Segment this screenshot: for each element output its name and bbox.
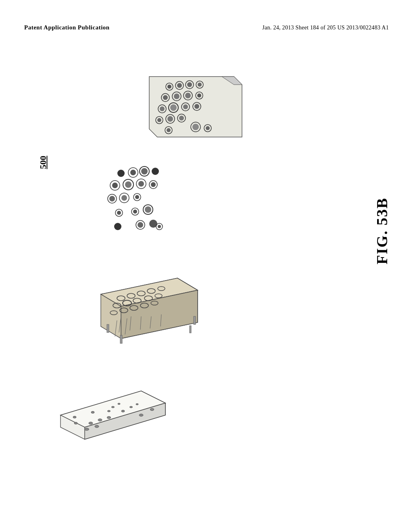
svg-rect-92 <box>120 335 122 343</box>
svg-point-11 <box>174 94 179 99</box>
figure-3d-pcb <box>85 258 218 355</box>
svg-point-49 <box>151 182 156 187</box>
svg-point-51 <box>109 196 115 202</box>
svg-point-95 <box>91 411 94 414</box>
svg-point-45 <box>125 181 131 188</box>
svg-point-99 <box>108 410 111 412</box>
svg-point-108 <box>139 414 143 416</box>
svg-point-47 <box>138 181 144 187</box>
svg-point-19 <box>170 104 177 111</box>
svg-point-5 <box>187 82 192 87</box>
svg-rect-90 <box>107 324 109 332</box>
svg-point-31 <box>167 128 171 132</box>
svg-point-43 <box>112 183 118 188</box>
svg-point-15 <box>197 94 201 98</box>
svg-point-109 <box>150 408 154 411</box>
svg-point-102 <box>107 416 111 419</box>
svg-point-103 <box>85 428 89 430</box>
svg-point-101 <box>98 419 102 421</box>
svg-point-98 <box>118 403 120 405</box>
patent-info: Jan. 24, 2013 Sheet 184 of 205 US 2013/0… <box>262 25 389 31</box>
svg-point-96 <box>74 422 77 424</box>
svg-point-105 <box>121 410 125 412</box>
svg-point-104 <box>95 425 99 428</box>
svg-point-9 <box>163 95 168 100</box>
svg-point-53 <box>121 195 127 201</box>
svg-point-55 <box>135 195 139 199</box>
svg-point-35 <box>206 126 210 130</box>
svg-rect-91 <box>194 316 196 324</box>
svg-point-41 <box>152 168 159 175</box>
svg-point-40 <box>141 168 148 175</box>
svg-point-33 <box>192 124 199 130</box>
svg-point-27 <box>167 116 173 122</box>
svg-point-25 <box>157 118 161 122</box>
svg-point-23 <box>194 104 199 109</box>
svg-point-97 <box>112 406 115 408</box>
svg-point-1 <box>167 85 171 89</box>
svg-point-38 <box>130 170 136 175</box>
svg-point-59 <box>133 210 137 214</box>
svg-point-7 <box>198 83 202 87</box>
svg-point-29 <box>179 116 184 121</box>
publication-label: Patent Application Publication <box>24 24 110 31</box>
svg-point-62 <box>114 223 121 230</box>
svg-point-3 <box>177 83 182 88</box>
svg-point-57 <box>117 211 121 215</box>
svg-point-100 <box>89 422 93 424</box>
svg-point-94 <box>73 416 76 418</box>
svg-point-107 <box>136 403 138 405</box>
figure-dots <box>93 161 214 246</box>
svg-point-67 <box>158 225 161 228</box>
content-area <box>0 52 413 532</box>
figure-pcb-top <box>109 69 250 149</box>
figure-base-plate <box>56 371 181 451</box>
svg-point-106 <box>130 406 133 408</box>
svg-point-64 <box>138 222 143 228</box>
svg-point-36 <box>117 170 125 177</box>
svg-rect-93 <box>190 326 191 333</box>
svg-point-17 <box>160 106 165 111</box>
svg-point-13 <box>185 93 191 98</box>
svg-point-21 <box>183 104 188 109</box>
page-header: Patent Application Publication Jan. 24, … <box>0 24 413 31</box>
svg-point-61 <box>145 206 151 213</box>
